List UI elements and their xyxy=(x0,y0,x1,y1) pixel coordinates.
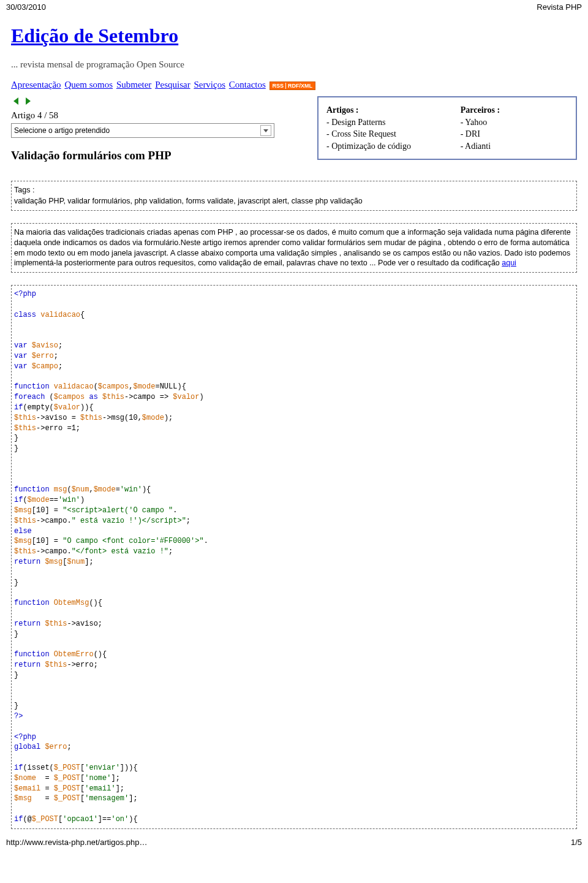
code-block: <?php class validacao{ var $aviso; var $… xyxy=(11,285,577,828)
body-text: Na maioria das validações tradicionais c… xyxy=(14,228,571,268)
sidebar-item[interactable]: - Design Patterns xyxy=(326,118,385,127)
sidebar-item[interactable]: - Adianti xyxy=(461,142,491,151)
svg-marker-1 xyxy=(26,97,31,105)
rss-label: RSS xyxy=(273,83,287,89)
nav-servicos[interactable]: Serviços xyxy=(194,80,225,89)
nav-apresentacao[interactable]: Apresentação xyxy=(11,80,61,89)
nav-contactos[interactable]: Contactos xyxy=(229,80,266,89)
nav-pesquisar[interactable]: Pesquisar xyxy=(155,80,190,89)
footer-page: 1/5 xyxy=(571,838,582,847)
tags-box: Tags : validação PHP, validar formulário… xyxy=(11,181,577,211)
page-title[interactable]: Edição de Setembro xyxy=(11,25,577,47)
svg-marker-0 xyxy=(13,97,18,105)
top-nav: Apresentação Quem somos Submeter Pesquis… xyxy=(11,80,577,90)
sidebar-item[interactable]: - Yahoo xyxy=(461,118,488,127)
chevron-down-icon[interactable] xyxy=(260,125,271,136)
tags-text: validação PHP, validar formulários, php … xyxy=(14,196,574,207)
header-date: 30/03/2010 xyxy=(6,2,46,12)
article-counter: Artigo 4 / 58 xyxy=(11,110,305,121)
sidebar-box: Artigos : - Design Patterns - Cross Site… xyxy=(317,96,577,160)
pagination-arrows xyxy=(11,96,305,108)
tags-title: Tags : xyxy=(14,185,574,195)
footer-url: http://www.revista-php.net/artigos.php… xyxy=(6,838,148,847)
section-title: Validação formulários com PHP xyxy=(11,149,305,162)
sidebar-item[interactable]: - DRI xyxy=(461,129,480,138)
page-footer: http://www.revista-php.net/artigos.php… … xyxy=(0,835,588,849)
sidebar-item[interactable]: - Optimização de código xyxy=(326,142,411,151)
subtitle: ... revista mensal de programação Open S… xyxy=(11,59,577,70)
article-select[interactable]: Selecione o artigo pretendido xyxy=(11,123,274,138)
body-link-aqui[interactable]: aqui xyxy=(502,259,516,267)
arrow-left-icon[interactable] xyxy=(11,96,21,106)
header-site: Revista PHP xyxy=(537,2,582,12)
arrow-right-icon[interactable] xyxy=(23,96,33,106)
sidebar-col1-title: Artigos : xyxy=(326,105,359,115)
content: Edição de Setembro ... revista mensal de… xyxy=(0,14,588,829)
select-placeholder: Selecione o artigo pretendido xyxy=(14,126,110,135)
svg-marker-2 xyxy=(263,129,268,132)
rss-format: RDF/XML xyxy=(288,83,312,89)
sidebar-item[interactable]: - Cross Site Request xyxy=(326,129,396,138)
article-body: Na maioria das validações tradicionais c… xyxy=(11,223,577,273)
nav-submeter[interactable]: Submeter xyxy=(116,80,152,89)
nav-quem-somos[interactable]: Quem somos xyxy=(64,80,113,89)
page-header: 30/03/2010 Revista PHP xyxy=(0,0,588,14)
sidebar-col2-title: Parceiros : xyxy=(461,105,500,115)
rss-badge[interactable]: RSSRDF/XML xyxy=(270,81,316,90)
